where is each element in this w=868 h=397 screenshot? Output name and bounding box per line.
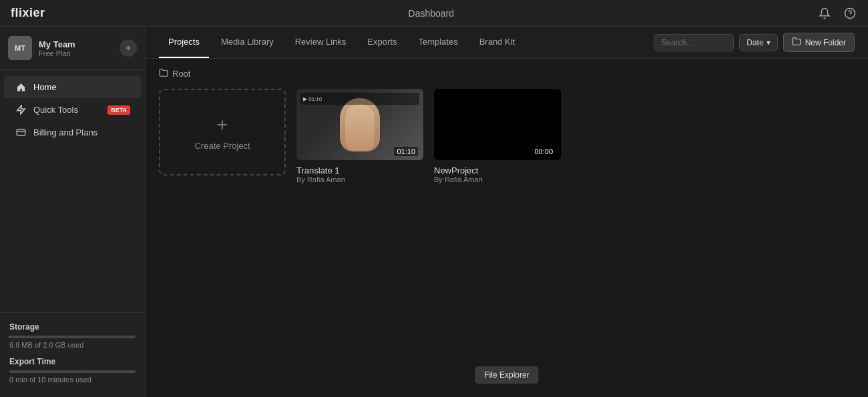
topbar-actions bbox=[817, 6, 857, 21]
sidebar-item-billing[interactable]: Billing and Plans bbox=[4, 121, 141, 143]
home-label: Home bbox=[33, 82, 130, 92]
project-card-translate1[interactable]: ▶ 01:10 01:10 Translate 1 By Rafia Aman bbox=[296, 89, 423, 183]
export-detail: 0 min of 10 minutes used bbox=[9, 376, 136, 384]
export-time-label: Export Time bbox=[9, 357, 136, 366]
projects-grid: + Create Project bbox=[159, 89, 855, 183]
topbar: flixier Dashboard bbox=[0, 0, 868, 27]
storage-progress bbox=[9, 336, 136, 338]
new-folder-label: New Folder bbox=[805, 38, 846, 47]
nav-section: Home Quick Tools beta Billing bbox=[0, 70, 145, 312]
tab-review-links[interactable]: Review Links bbox=[286, 27, 356, 58]
project-title-newproject: NewProject bbox=[434, 165, 561, 175]
home-icon bbox=[15, 82, 27, 92]
beta-badge: beta bbox=[107, 105, 130, 115]
file-explorer-label: File Explorer bbox=[484, 370, 529, 380]
tab-brand-kit[interactable]: Brand Kit bbox=[470, 27, 524, 58]
project-duration-newproject: 00:00 bbox=[531, 147, 556, 156]
sidebar-item-quick-tools[interactable]: Quick Tools beta bbox=[4, 99, 141, 121]
tabs-bar: Projects Media Library Review Links Expo… bbox=[146, 27, 868, 59]
new-folder-button[interactable]: New Folder bbox=[783, 33, 855, 52]
chevron-down-icon: ▾ bbox=[767, 38, 771, 47]
team-section: MT My Team Free Plan ＋ bbox=[0, 27, 145, 70]
billing-label: Billing and Plans bbox=[33, 127, 130, 137]
svg-rect-3 bbox=[17, 129, 25, 135]
create-plus-icon: + bbox=[217, 114, 228, 135]
folder-icon bbox=[792, 37, 801, 48]
team-avatar: MT bbox=[8, 36, 32, 60]
content-area: Projects Media Library Review Links Expo… bbox=[146, 27, 868, 397]
quick-tools-icon bbox=[15, 105, 27, 115]
breadcrumb-root-label: Root bbox=[172, 69, 190, 79]
create-project-label: Create Project bbox=[194, 141, 250, 151]
sidebar-footer: Storage 6.9 MB of 2.0 GB used Export Tim… bbox=[0, 312, 145, 397]
breadcrumb-folder-icon bbox=[159, 68, 168, 79]
team-name: My Team bbox=[39, 39, 113, 49]
storage-detail: 6.9 MB of 2.0 GB used bbox=[9, 341, 136, 349]
file-explorer-tooltip: File Explorer bbox=[475, 366, 538, 384]
export-progress bbox=[9, 370, 136, 373]
breadcrumb: Root bbox=[159, 68, 855, 79]
create-project-card[interactable]: + Create Project bbox=[159, 89, 286, 175]
date-filter-button[interactable]: Date ▾ bbox=[739, 34, 777, 51]
sidebar-item-home[interactable]: Home bbox=[4, 76, 141, 98]
help-icon[interactable] bbox=[843, 6, 857, 21]
team-plan: Free Plan bbox=[39, 49, 113, 57]
quick-tools-label: Quick Tools bbox=[33, 105, 101, 115]
billing-icon bbox=[15, 127, 27, 137]
project-title-translate1: Translate 1 bbox=[296, 165, 423, 175]
team-settings-button[interactable]: ＋ bbox=[120, 39, 137, 57]
search-input[interactable] bbox=[654, 34, 734, 51]
storage-progress-fill bbox=[9, 336, 10, 338]
notification-icon[interactable] bbox=[817, 6, 832, 21]
project-thumbnail-translate1: ▶ 01:10 01:10 bbox=[296, 89, 423, 160]
tab-media-library[interactable]: Media Library bbox=[212, 27, 283, 58]
storage-label: Storage bbox=[9, 322, 136, 332]
team-info: My Team Free Plan bbox=[39, 39, 113, 57]
tab-toolbar: Date ▾ New Folder bbox=[654, 33, 855, 52]
project-author-newproject: By Rafia Aman bbox=[434, 175, 561, 183]
project-author-translate1: By Rafia Aman bbox=[296, 175, 423, 183]
project-card-newproject[interactable]: 00:00 NewProject By Rafia Aman bbox=[434, 89, 561, 183]
tab-projects[interactable]: Projects bbox=[159, 27, 209, 58]
content-wrapper: Projects Media Library Review Links Expo… bbox=[146, 27, 868, 397]
date-label: Date bbox=[746, 38, 763, 47]
svg-marker-2 bbox=[17, 105, 24, 114]
app-logo: flixier bbox=[11, 6, 45, 20]
tab-templates[interactable]: Templates bbox=[409, 27, 467, 58]
content-body: Root + Create Project bbox=[146, 59, 868, 397]
topbar-title: Dashboard bbox=[409, 8, 455, 19]
project-thumbnail-newproject: 00:00 bbox=[434, 89, 561, 160]
tab-exports[interactable]: Exports bbox=[358, 27, 406, 58]
sidebar: MT My Team Free Plan ＋ Home bbox=[0, 27, 146, 397]
main-layout: MT My Team Free Plan ＋ Home bbox=[0, 27, 868, 397]
project-duration-translate1: 01:10 bbox=[394, 147, 418, 156]
